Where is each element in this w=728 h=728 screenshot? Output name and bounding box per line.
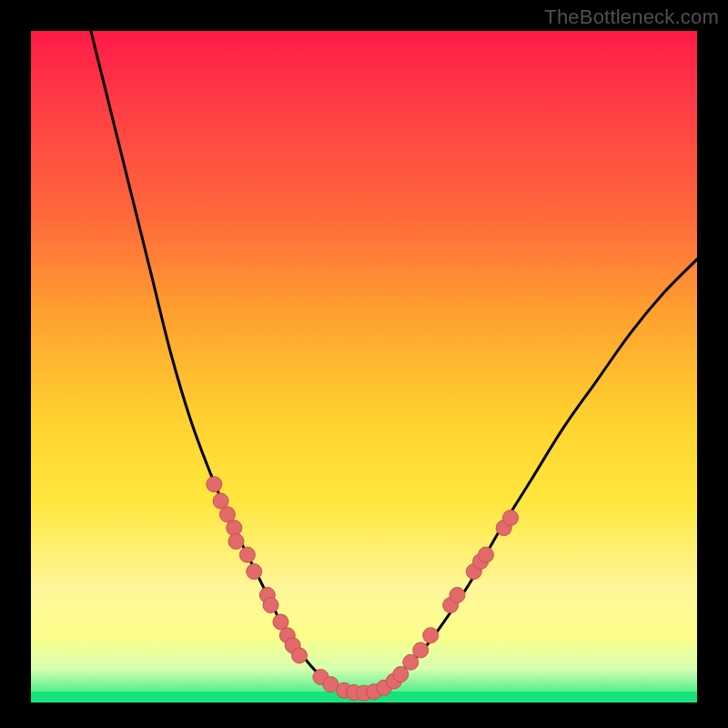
data-marker bbox=[228, 533, 244, 549]
data-marker bbox=[239, 547, 255, 562]
plot-area bbox=[31, 31, 697, 703]
curve-layer bbox=[91, 31, 697, 694]
marker-layer bbox=[207, 477, 519, 702]
data-marker bbox=[291, 648, 307, 663]
right-curve bbox=[350, 259, 697, 695]
data-marker bbox=[247, 564, 262, 580]
chart-svg bbox=[31, 31, 697, 703]
data-marker bbox=[478, 547, 493, 562]
data-marker bbox=[207, 477, 222, 492]
data-marker bbox=[263, 597, 278, 612]
watermark-text: TheBottleneck.com bbox=[544, 5, 719, 29]
data-marker bbox=[413, 642, 429, 658]
data-marker bbox=[227, 521, 242, 536]
left-curve bbox=[91, 31, 350, 694]
data-marker bbox=[423, 628, 439, 643]
data-marker bbox=[450, 587, 465, 602]
chart-frame: TheBottleneck.com bbox=[0, 0, 728, 728]
data-marker bbox=[503, 511, 519, 526]
